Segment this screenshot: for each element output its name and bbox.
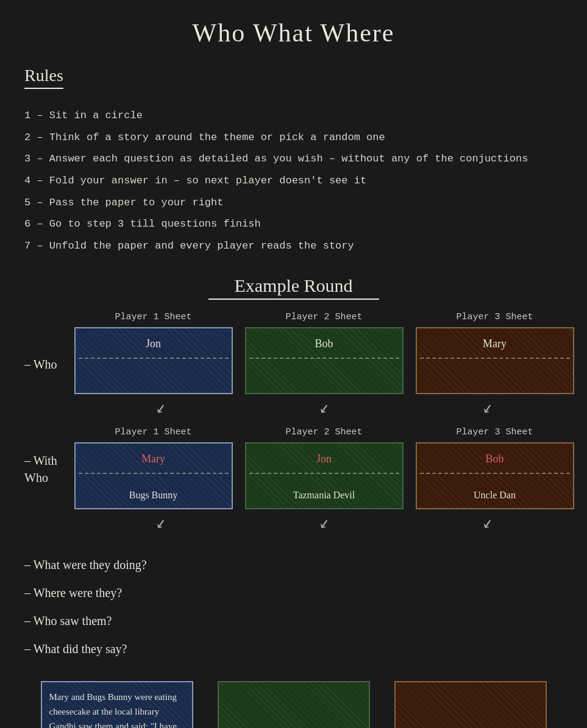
example-heading: Example Round xyxy=(208,275,379,300)
final-card-1-text: Mary and Bugs Bunny were eating cheeseca… xyxy=(49,690,185,728)
round2-player3-bottom: Uncle Dan xyxy=(417,490,573,501)
round1-player1-label: Player 1 Sheet xyxy=(115,312,191,322)
round1-player3-col: Player 3 Sheet Mary xyxy=(416,312,574,394)
question-3: – Who saw them? xyxy=(24,607,563,635)
final-card-2: ....... xyxy=(218,681,370,728)
rule-1: 1 – Sit in a circle xyxy=(24,105,563,127)
round2-player1-col: Player 1 Sheet Mary Bugs Bunny xyxy=(74,427,233,509)
rule-5: 5 – Pass the paper to your right xyxy=(24,192,563,214)
arrow2: ↙ xyxy=(317,396,331,418)
arrow4: ↙ xyxy=(154,511,168,533)
round2-player2-bottom: Tazmania Devil xyxy=(246,490,402,501)
page-title: Who What Where xyxy=(24,18,563,48)
arrow3: ↙ xyxy=(480,396,494,418)
round2-player2-card: Jon Tazmania Devil xyxy=(245,442,404,509)
round1-player1-col: Player 1 Sheet Jon xyxy=(74,312,233,394)
round1-player2-name: Bob xyxy=(246,337,402,350)
question-4: – What did they say? xyxy=(24,635,563,663)
round1-player2-card: Bob xyxy=(245,327,404,394)
final-cards-row: Mary and Bugs Bunny were eating cheeseca… xyxy=(24,681,563,728)
round2-player3-top: Bob xyxy=(417,453,573,465)
rules-heading: Rules xyxy=(24,66,63,89)
question-2: – Where were they? xyxy=(24,579,563,607)
final-card-3: ....... xyxy=(394,681,547,728)
round1-player1-name: Jon xyxy=(76,337,232,350)
rule-7: 7 – Unfold the paper and every player re… xyxy=(24,235,563,257)
rule-6: 6 – Go to step 3 till questions finish xyxy=(24,213,563,235)
round2-player2-col: Player 2 Sheet Jon Tazmania Devil xyxy=(245,427,404,509)
round2-player3-label: Player 3 Sheet xyxy=(456,427,533,437)
round2-player1-top: Mary xyxy=(76,453,232,465)
arrow6: ↙ xyxy=(480,511,494,533)
round2-player1-label: Player 1 Sheet xyxy=(115,427,191,437)
round1-player3-name: Mary xyxy=(417,337,573,350)
rule-2: 2 – Think of a story around the theme or… xyxy=(24,127,563,149)
question-1: – What were they doing? xyxy=(24,551,563,579)
rules-list: 1 – Sit in a circle 2 – Think of a story… xyxy=(24,105,563,257)
rules-section: Rules 1 – Sit in a circle 2 – Think of a… xyxy=(24,66,563,257)
round2-player1-bottom: Bugs Bunny xyxy=(76,490,232,501)
final-card-1: Mary and Bugs Bunny were eating cheeseca… xyxy=(41,681,193,728)
round2-player3-col: Player 3 Sheet Bob Uncle Dan xyxy=(416,427,574,509)
arrow5: ↙ xyxy=(317,511,331,533)
round2-player3-card: Bob Uncle Dan xyxy=(416,442,574,509)
round2-player2-label: Player 2 Sheet xyxy=(285,427,362,437)
example-section: Example Round – Who Player 1 Sheet Jon P… xyxy=(24,275,563,532)
round1-player1-card: Jon xyxy=(74,327,233,394)
arrow1: ↙ xyxy=(154,396,168,418)
more-questions: – What were they doing? – Where were the… xyxy=(24,551,563,663)
round2-player1-card: Mary Bugs Bunny xyxy=(74,442,233,509)
round1-player3-label: Player 3 Sheet xyxy=(456,312,533,322)
round1-player2-col: Player 2 Sheet Bob xyxy=(245,312,404,394)
round1-player2-label: Player 2 Sheet xyxy=(285,312,362,322)
rule-4: 4 – Fold your answer in – so next player… xyxy=(24,170,563,192)
round1-player3-card: Mary xyxy=(416,327,574,394)
round2-player2-top: Jon xyxy=(246,453,402,465)
rule-3: 3 – Answer each question as detailed as … xyxy=(24,148,563,170)
